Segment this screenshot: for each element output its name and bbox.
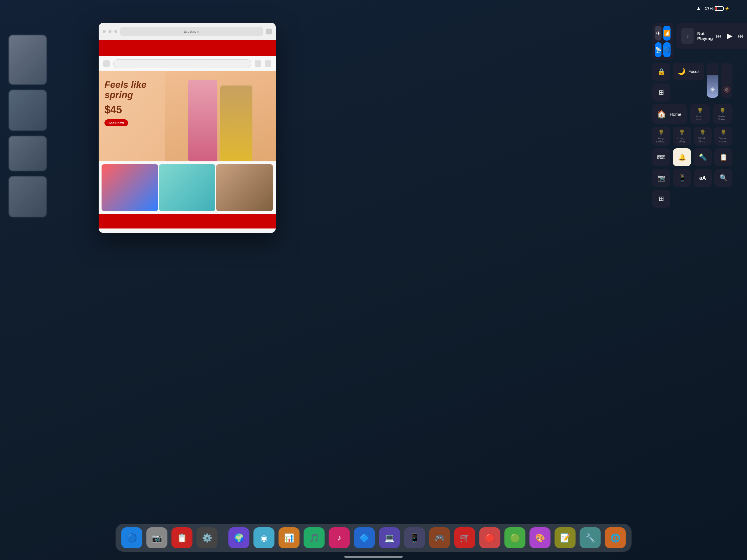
control-center: ✈ 📶 📡 🔵 ♪ Not Playing — [652, 23, 732, 208]
light-bulb-icon-1: 💡 — [658, 129, 664, 136]
product-2[interactable] — [159, 164, 216, 211]
browser-share-icon[interactable] — [266, 29, 272, 34]
now-playing-album-art: ♪ — [681, 28, 694, 44]
product-1[interactable] — [102, 164, 158, 211]
bedroom-label-2: Bedro...Bedro... — [718, 115, 727, 121]
dock-app-11[interactable]: 💻 — [379, 527, 400, 548]
target-bottom-bar — [99, 214, 276, 229]
dock-app-16[interactable]: 🟢 — [505, 527, 525, 548]
product-3[interactable] — [216, 164, 273, 211]
home-app-button[interactable]: 🏠 Home — [652, 104, 688, 124]
living-ceiling-light-1-button[interactable]: 💡 Living...Ceiling... — [652, 127, 670, 146]
dock-app-10-icon: 🔷 — [359, 533, 369, 543]
keyboard-backlight-icon: ⌨ — [657, 154, 666, 161]
remote-icon: 📱 — [678, 174, 686, 182]
dock-app-4-icon: ⚙️ — [202, 533, 212, 543]
cc-row-media: 📷 📱 aA 🔍 — [652, 169, 732, 187]
screen-mirror-button[interactable]: ⊞ — [652, 83, 670, 102]
light-label-3: Jill's R...Jill's c... — [698, 137, 707, 143]
dock-app-2[interactable]: 📷 — [147, 527, 168, 548]
target-search-bar[interactable] — [113, 59, 251, 68]
url-text: target.com — [123, 30, 260, 33]
dock-divider — [223, 529, 223, 546]
dock-app-1[interactable]: 🔵 — [121, 527, 143, 548]
target-nav-bar — [99, 56, 276, 71]
bell-icon: 🔔 — [678, 153, 686, 161]
browser-bar: target.com — [99, 23, 276, 40]
battery-fill — [716, 7, 717, 10]
hero-text: Feels likespring $45 Shop now — [104, 80, 147, 126]
dock-app-20-icon: 🌐 — [610, 533, 620, 543]
lock-rotation-button[interactable]: 🔒 — [652, 63, 670, 81]
focus-button[interactable]: 🌙 Focus — [673, 63, 704, 80]
bluetooth-toggle-button[interactable]: 🔵 — [663, 42, 671, 57]
battery-icon — [715, 6, 723, 11]
torch-button[interactable]: 🔦 — [694, 148, 712, 166]
hero-cta-button[interactable]: Shop now — [104, 119, 128, 126]
dock-app-18[interactable]: 📝 — [555, 527, 576, 548]
airplane-mode-button[interactable]: ✈ — [655, 26, 662, 41]
slideshow-button[interactable]: ⊞ — [652, 190, 670, 208]
cc-row-2: 🔒 ⊞ 🌙 Focus ☀ 🔇 — [652, 63, 732, 102]
keyboard-backlight-button[interactable]: ⌨ — [652, 148, 670, 166]
dock-app-3-icon: 📋 — [177, 533, 187, 543]
dock-app-12[interactable]: 📱 — [404, 527, 425, 548]
camera-button[interactable]: 📷 — [652, 169, 670, 187]
preview-card-3[interactable] — [9, 136, 47, 171]
dock-app-9-icon: ♪ — [337, 533, 341, 542]
living-ceiling-light-2-button[interactable]: 💡 Living...Ceiling... — [673, 127, 691, 146]
dock-app-5[interactable]: 🌍 — [229, 527, 250, 548]
wifi-toggle-button[interactable]: 📶 — [663, 26, 671, 41]
now-playing-title: Not Playing — [697, 31, 716, 41]
dock-app-20[interactable]: 🌐 — [605, 527, 626, 548]
preview-card-2[interactable] — [9, 90, 47, 131]
dock-app-3[interactable]: 📋 — [172, 527, 192, 548]
preview-card-1[interactable] — [9, 35, 47, 85]
now-playing-info: Not Playing — [697, 31, 716, 41]
bedroom-scene-2-button[interactable]: 💡 Bedro...Bedro... — [713, 104, 732, 124]
status-bar: ▲ 17% ⚡ — [696, 5, 729, 11]
app-switcher-left — [9, 35, 47, 217]
browser-dot-2 — [108, 30, 111, 33]
dock-app-6[interactable]: ◉ — [254, 527, 275, 548]
light-bulb-icon-3: 💡 — [699, 129, 706, 136]
dock-app-8[interactable]: 🎵 — [304, 527, 325, 548]
dock-app-14[interactable]: 🛒 — [454, 527, 475, 548]
cellular-toggle-button[interactable]: 📡 — [655, 42, 662, 57]
next-track-button[interactable]: ⏭ — [738, 33, 744, 40]
charging-icon: ⚡ — [724, 6, 729, 11]
hero-price: $45 — [104, 104, 147, 116]
remote-button[interactable]: 📱 — [673, 169, 691, 187]
browser-dot-3 — [114, 30, 117, 33]
bedroom-label-1: Bedro...Home... — [696, 115, 704, 121]
text-size-button[interactable]: aA — [694, 169, 712, 187]
dock-app-10[interactable]: 🔷 — [354, 527, 375, 548]
jills-room-light-button[interactable]: 💡 Jill's R...Jill's c... — [694, 127, 712, 146]
now-playing-card[interactable]: ♪ Not Playing ⏮ ▶ ⏭ ⊙ — [676, 23, 747, 49]
dock-app-4[interactable]: ⚙️ — [197, 527, 218, 548]
bedroom-andrea-light-button[interactable]: 💡 Bedro...Andre... — [714, 127, 732, 146]
previous-track-button[interactable]: ⏮ — [716, 33, 722, 40]
screen-mirror-icon: ⊞ — [659, 89, 664, 96]
dock-app-15[interactable]: 🔴 — [480, 527, 500, 548]
play-pause-button[interactable]: ▶ — [727, 32, 732, 40]
do-not-disturb-button[interactable]: 🔔 — [673, 148, 691, 166]
quick-note-button[interactable]: 📋 — [714, 148, 732, 166]
volume-slider[interactable]: 🔇 — [721, 63, 732, 98]
visual-search-button[interactable]: 🔍 — [714, 169, 732, 187]
hero-figure — [165, 71, 276, 161]
main-app-card[interactable]: target.com Feels likespring $45 Shop now — [99, 23, 276, 233]
moon-icon: 🌙 — [677, 68, 686, 75]
light-label-4: Bedro...Andre... — [719, 137, 728, 143]
bedroom-scene-1-button[interactable]: 💡 Bedro...Home... — [690, 104, 710, 124]
note-icon: 📋 — [720, 153, 727, 161]
dock-app-19[interactable]: 🔧 — [580, 527, 601, 548]
brightness-slider[interactable]: ☀ — [707, 63, 718, 98]
nav-icon-2 — [255, 60, 261, 67]
dock-app-9[interactable]: ♪ — [329, 527, 350, 548]
dock-app-13[interactable]: 🎮 — [429, 527, 450, 548]
dock-app-17[interactable]: 🎨 — [530, 527, 550, 548]
url-bar[interactable]: target.com — [120, 27, 263, 36]
dock-app-7[interactable]: 📊 — [279, 527, 300, 548]
preview-card-4[interactable] — [9, 176, 47, 217]
